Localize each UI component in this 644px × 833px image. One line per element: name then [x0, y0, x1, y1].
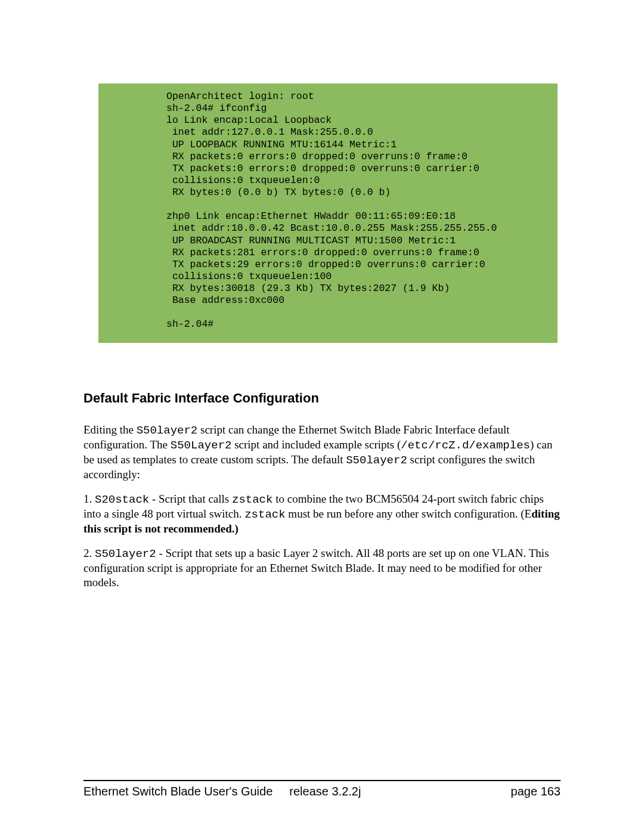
- code-inline: zstack: [232, 493, 273, 506]
- terminal-output-block: OpenArchitect login: root sh-2.04# ifcon…: [98, 83, 558, 343]
- code-inline: S50Layer2: [171, 439, 232, 452]
- footer-release: release 3.2.2j: [273, 785, 510, 798]
- footer-row: Ethernet Switch Blade User's Guide relea…: [83, 785, 561, 798]
- code-inline: S20stack: [95, 493, 149, 506]
- paragraph-item-1: 1. S20stack - Script that calls zstack t…: [83, 492, 561, 537]
- code-inline: zstack: [244, 508, 285, 521]
- page-footer: Ethernet Switch Blade User's Guide relea…: [83, 780, 561, 798]
- code-inline-path: /etc/rcZ.d/examples: [401, 439, 530, 452]
- footer-doc-title: Ethernet Switch Blade User's Guide: [83, 785, 273, 798]
- code-inline: S50layer2: [346, 454, 407, 467]
- code-inline: S50layer2: [137, 424, 198, 437]
- code-inline: S50layer2: [95, 547, 156, 561]
- footer-page-number: page 163: [511, 785, 561, 798]
- text: script and included example scripts (: [231, 438, 401, 451]
- paragraph-intro: Editing the S50layer2 script can change …: [83, 423, 561, 482]
- text: 1.: [83, 493, 95, 505]
- text: 2.: [83, 547, 95, 559]
- paragraph-item-2: 2. S50layer2 - Script that sets up a bas…: [83, 546, 561, 590]
- footer-rule: [83, 780, 561, 781]
- text: Editing the: [83, 423, 137, 436]
- text: - Script that calls: [149, 493, 232, 505]
- section-heading: Default Fabric Interface Configuration: [83, 391, 561, 406]
- document-page: OpenArchitect login: root sh-2.04# ifcon…: [0, 0, 644, 833]
- text: must be run before any other switch conf…: [286, 507, 532, 520]
